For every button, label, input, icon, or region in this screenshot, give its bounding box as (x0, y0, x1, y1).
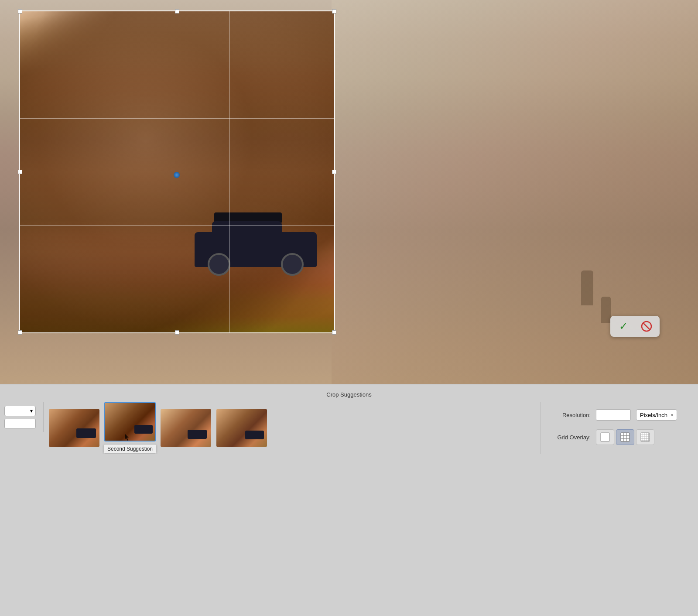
thirds-grid-icon (620, 432, 630, 442)
thumbnail-1[interactable] (48, 408, 100, 448)
no-sign-icon (640, 320, 653, 332)
mini-car-1 (76, 428, 96, 438)
left-dropdown[interactable]: ▾ (4, 406, 36, 416)
left-controls: ▾ (0, 402, 44, 432)
thumbnail-image-1 (48, 408, 100, 448)
grid-line-h2 (20, 225, 334, 226)
person-silhouette-1 (581, 270, 593, 305)
pixels-inch-label: Pixels/Inch (640, 412, 667, 418)
thumbnails-area: Second Suggestion (44, 402, 541, 454)
confirm-cancel-buttons: ✓ (610, 316, 660, 337)
thumbnail-4[interactable] (216, 408, 268, 448)
no-grid-icon (600, 432, 610, 442)
grid-buttons-group (596, 429, 654, 445)
auto-crop-target (174, 172, 180, 178)
grid-btn-fine[interactable] (636, 429, 654, 445)
mini-car-3 (188, 430, 207, 439)
cancel-button[interactable] (639, 318, 654, 334)
handle-top-center[interactable] (175, 9, 179, 14)
thumbnail-image-3 (160, 408, 212, 448)
dropdown-arrow-icon: ▾ (30, 408, 33, 414)
mini-car-4 (245, 431, 264, 439)
person-silhouette-2 (601, 297, 611, 323)
mini-car-2 (134, 425, 153, 434)
crop-box[interactable] (19, 10, 335, 333)
grid-overlay-row: Grid Overlay: (551, 429, 688, 445)
thumbnail-2[interactable]: Second Suggestion (104, 402, 156, 441)
handle-middle-right[interactable] (332, 170, 336, 174)
cursor-on-thumbnail (125, 434, 130, 441)
thumbnail-image-2 (104, 402, 156, 441)
handle-middle-left[interactable] (18, 170, 22, 174)
thumbnail-image-4 (216, 408, 268, 448)
checkmark-icon: ✓ (619, 320, 628, 332)
thumbnail-3[interactable] (160, 408, 212, 448)
handle-top-right[interactable] (332, 9, 336, 14)
thumb-inner-2 (105, 403, 155, 441)
grid-line-v1 (125, 11, 125, 332)
grid-line-v2 (229, 11, 230, 332)
handle-bottom-right[interactable] (332, 330, 336, 335)
canvas-area: ✓ (0, 0, 698, 384)
handle-bottom-center[interactable] (175, 330, 179, 335)
handle-top-left[interactable] (18, 9, 22, 14)
grid-btn-none[interactable] (596, 429, 614, 445)
grid-btn-thirds[interactable] (616, 429, 634, 445)
bottom-controls-row: ▾ (0, 402, 698, 616)
button-divider (635, 320, 635, 332)
svg-rect-8 (641, 433, 650, 441)
right-controls: Resolution: Pixels/Inch ▾ Grid Overlay: (541, 402, 698, 452)
thumbnail-tooltip-2: Second Suggestion (103, 444, 157, 454)
fine-grid-icon (640, 432, 650, 442)
confirm-button[interactable]: ✓ (616, 318, 631, 334)
thumb-inner-1 (49, 409, 99, 447)
thumb-inner-4 (216, 409, 267, 447)
pixels-inch-arrow-icon: ▾ (671, 413, 673, 418)
pixels-inch-dropdown[interactable]: Pixels/Inch ▾ (636, 409, 677, 421)
grid-line-h1 (20, 118, 334, 119)
thumb-inner-3 (161, 409, 211, 447)
svg-rect-3 (621, 433, 630, 441)
svg-rect-2 (601, 433, 609, 441)
handle-bottom-left[interactable] (18, 330, 22, 335)
svg-line-1 (643, 323, 650, 329)
resolution-label: Resolution: (551, 412, 591, 418)
resolution-input[interactable] (596, 409, 631, 421)
bottom-panel: Crop Suggestions ▾ (0, 384, 698, 616)
crop-suggestions-label: Crop Suggestions (0, 384, 698, 402)
resolution-row: Resolution: Pixels/Inch ▾ (551, 409, 688, 421)
grid-overlay-label: Grid Overlay: (551, 434, 591, 441)
left-text-input[interactable] (4, 419, 36, 428)
